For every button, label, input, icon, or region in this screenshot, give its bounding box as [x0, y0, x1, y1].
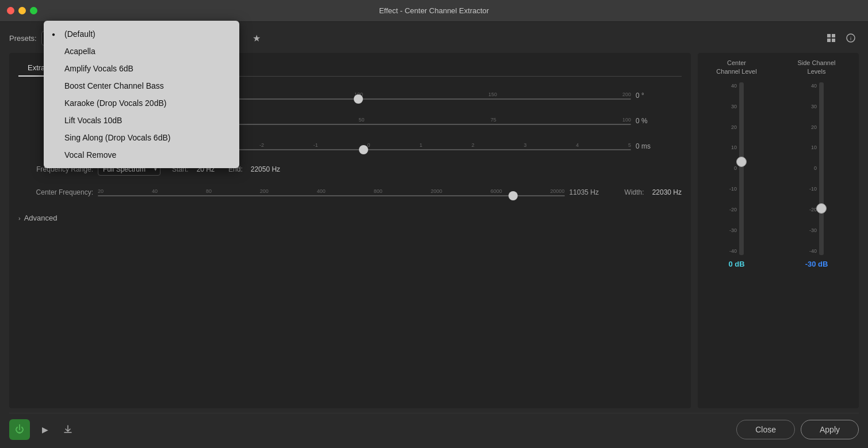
crosstalk-value: 0 ° [636, 92, 682, 100]
bottom-bar: ⏻ ▶ Close Apply [9, 413, 859, 440]
advanced-section[interactable]: › Advanced [18, 209, 682, 227]
delay-value: 0 ms [636, 142, 682, 150]
svg-rect-3 [832, 39, 835, 42]
center-frequency-value: 11035 Hz [569, 188, 615, 196]
preset-item-lift-vocals[interactable]: Lift Vocals 10dB [44, 112, 239, 129]
preset-item-acapella[interactable]: Acapella [44, 43, 239, 60]
export-button[interactable] [60, 422, 76, 438]
width-value: 22030 Hz [652, 188, 682, 196]
apply-button[interactable]: Apply [801, 420, 859, 439]
side-channel-knob[interactable] [816, 203, 827, 214]
top-right-icons: i [823, 30, 859, 46]
center-frequency-tick-labels: 20 40 80 200 400 800 2000 6000 20000 [98, 188, 565, 194]
svg-text:i: i [850, 36, 851, 41]
center-channel-track[interactable] [739, 82, 744, 255]
center-channel-level-col: CenterChannel Level 40 30 20 10 0 -10 -2… [703, 59, 770, 403]
preset-item-sing-along[interactable]: Sing Along (Drop Vocals 6dB) [44, 129, 239, 146]
crosstalk-slider-thumb[interactable] [354, 94, 363, 104]
center-frequency-label: Center Frequency: [18, 188, 93, 196]
side-channel-db-value: -30 dB [805, 260, 828, 268]
close-button[interactable]: Close [736, 420, 795, 439]
center-channel-db-value: 0 dB [728, 260, 744, 268]
bottom-left-controls: ⏻ ▶ [9, 419, 76, 440]
center-frequency-tick-area: 20 40 80 200 400 800 2000 6000 20000 [98, 188, 565, 196]
play-button[interactable]: ▶ [37, 422, 53, 438]
bottom-right-buttons: Close Apply [736, 420, 859, 439]
center-channel-knob[interactable] [736, 157, 747, 167]
center-frequency-slider-thumb[interactable] [508, 191, 518, 200]
levels-panels-wrapper: CenterChannel Level 40 30 20 10 0 -10 -2… [698, 53, 859, 408]
preset-item-amplify-vocals[interactable]: Amplify Vocals 6dB [44, 60, 239, 77]
side-channel-meter-wrapper: 40 30 20 10 0 -10 -20 -30 -40 [809, 82, 824, 255]
favorite-preset-button[interactable]: ★ [248, 30, 265, 46]
info-button[interactable]: i [843, 30, 859, 46]
delay-slider-thumb[interactable] [359, 145, 368, 154]
window-controls[interactable] [7, 7, 37, 14]
side-channel-title: Side ChannelLevels [797, 59, 835, 77]
phase-value: 0 % [636, 117, 682, 125]
preset-item-default[interactable]: (Default) [44, 25, 239, 43]
center-channel-title: CenterChannel Level [716, 59, 756, 77]
center-frequency-slider-track[interactable] [98, 195, 565, 196]
end-value: 22050 Hz [251, 165, 280, 173]
minimize-window-button[interactable] [18, 7, 26, 14]
svg-rect-1 [832, 34, 835, 37]
main-content: Presets: (Default) Acapella Amplify Voca… [0, 22, 868, 448]
presets-label: Presets: [9, 34, 37, 43]
power-button[interactable]: ⏻ [9, 419, 30, 440]
grid-view-button[interactable] [823, 30, 839, 46]
svg-rect-2 [827, 39, 831, 42]
center-frequency-row: Center Frequency: 20 40 80 200 400 800 2… [18, 184, 682, 201]
maximize-window-button[interactable] [30, 7, 37, 14]
center-channel-scale: 40 30 20 10 0 -10 -20 -30 -40 [729, 82, 737, 255]
title-bar: Effect - Center Channel Extractor [0, 0, 868, 22]
width-label: Width: [625, 188, 644, 196]
center-frequency-slider-container: 20 40 80 200 400 800 2000 6000 20000 [98, 184, 565, 201]
close-window-button[interactable] [7, 7, 14, 14]
center-channel-meter-wrapper: 40 30 20 10 0 -10 -20 -30 -40 [729, 82, 744, 255]
side-channel-scale: 40 30 20 10 0 -10 -20 -30 -40 [809, 82, 817, 255]
preset-item-vocal-remove[interactable]: Vocal Remove [44, 146, 239, 164]
advanced-arrow-icon: › [18, 215, 21, 222]
side-channel-level-col: Side ChannelLevels 40 30 20 10 0 -10 -20… [783, 59, 850, 403]
advanced-label: Advanced [24, 214, 58, 222]
window-title: Effect - Center Channel Extractor [379, 6, 489, 15]
side-channel-track[interactable] [819, 82, 824, 255]
presets-dropdown-menu: (Default) Acapella Amplify Vocals 6dB Bo… [44, 21, 239, 168]
preset-item-karaoke[interactable]: Karaoke (Drop Vocals 20dB) [44, 94, 239, 112]
preset-item-boost-bass[interactable]: Boost Center Channel Bass [44, 77, 239, 94]
svg-rect-0 [827, 34, 831, 37]
